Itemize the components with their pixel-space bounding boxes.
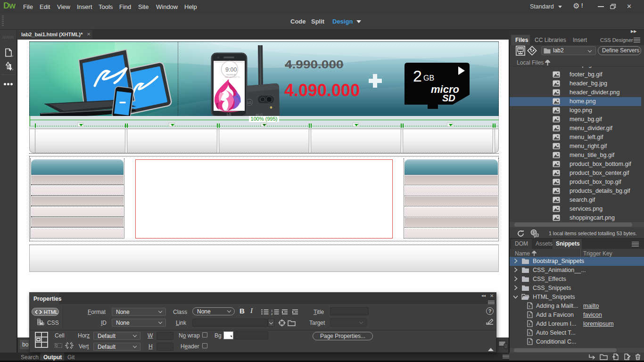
svg-text:s: s bbox=[529, 340, 530, 344]
svg-text:s: s bbox=[529, 313, 530, 317]
svg-text:1: 1 bbox=[271, 309, 273, 312]
svg-text:s: s bbox=[529, 331, 530, 335]
svg-text:s: s bbox=[529, 304, 530, 308]
svg-text:s: s bbox=[529, 322, 530, 326]
svg-text:2: 2 bbox=[271, 313, 273, 315]
svg-text:2: 2 bbox=[413, 67, 422, 85]
svg-text:LG: LG bbox=[227, 113, 231, 116]
svg-text:SD: SD bbox=[442, 93, 455, 103]
svg-text:LG: LG bbox=[248, 101, 252, 104]
svg-text:SEP, AUGUST 21: SEP, AUGUST 21 bbox=[225, 76, 240, 78]
svg-text:GB: GB bbox=[423, 74, 434, 82]
svg-text:9:00: 9:00 bbox=[225, 66, 237, 73]
